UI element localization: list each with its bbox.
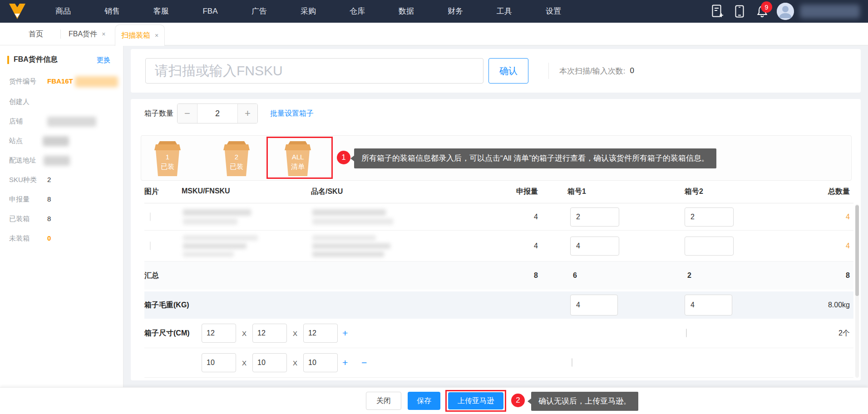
field-label: 申报量	[9, 195, 30, 204]
box2-qty-input[interactable]	[685, 237, 734, 256]
field-label: 已装箱	[9, 215, 30, 223]
summary-label: 汇总	[144, 271, 182, 281]
gross-weight-row: 箱子毛重(KG) 8.00kg	[144, 291, 853, 319]
field-label: 站点	[9, 137, 23, 145]
field-value: 8	[47, 195, 51, 203]
nav-item-sales[interactable]: 销售	[88, 0, 137, 23]
top-navbar: 商品 销售 客服 FBA 广告 采购 仓库 数据 财务 工具 设置 9	[0, 0, 868, 23]
upload-to-amazon-button[interactable]: 上传亚马逊	[448, 392, 503, 409]
nav-item-data[interactable]: 数据	[382, 0, 431, 23]
nav-item-warehouse[interactable]: 仓库	[333, 0, 382, 23]
save-button[interactable]: 保存	[408, 392, 440, 410]
gross-weight-label: 箱子毛重(KG)	[144, 301, 189, 310]
nav-item-fba[interactable]: FBA	[186, 0, 235, 23]
box1-qty-input[interactable]	[570, 207, 619, 227]
decrement-button[interactable]: −	[178, 104, 197, 123]
table-scrollbar[interactable]	[855, 204, 859, 378]
action-footer: 关闭 保存 上传亚马逊 2 确认无误后，上传亚马逊。	[0, 387, 868, 414]
field-sku-types: SKU种类 2	[9, 176, 118, 186]
app-logo-icon[interactable]	[8, 2, 26, 20]
box1-qty-input[interactable]	[570, 237, 619, 256]
change-shipment-link[interactable]: 更换	[97, 56, 110, 64]
mobile-phone-icon[interactable]	[734, 0, 745, 23]
box-count-label: 箱子数量	[144, 104, 173, 123]
box1-weight-input[interactable]	[570, 295, 618, 315]
tab-scan-packing-label: 扫描装箱	[121, 31, 150, 40]
user-avatar[interactable]	[777, 3, 794, 20]
confirm-button[interactable]: 确认	[488, 58, 528, 84]
nav-item-advertising[interactable]: 广告	[235, 0, 284, 23]
step-1-badge: 1	[337, 151, 350, 164]
total-qty: 4	[798, 242, 853, 250]
close-tab-icon[interactable]: ×	[102, 30, 105, 38]
box-1[interactable]: 1已装	[148, 140, 187, 177]
col-product-sku: 品名/SKU	[311, 187, 498, 197]
remove-dimension-link[interactable]: −	[361, 357, 367, 368]
title-accent-bar	[7, 56, 9, 64]
box-count-value[interactable]: 2	[197, 104, 238, 123]
fnsku-scan-input[interactable]	[145, 58, 483, 84]
col-declared-qty: 申报量	[498, 187, 542, 197]
field-value: 8	[47, 215, 51, 222]
width-input[interactable]	[252, 353, 287, 372]
field-delivery-address: 配送地址	[9, 156, 118, 166]
box1-dimension-checkbox-checked[interactable]	[567, 335, 682, 341]
total-weight: 8.00kg	[798, 301, 853, 309]
box-all-list[interactable]: ALL清单	[278, 140, 317, 177]
length-input[interactable]	[202, 353, 236, 372]
product-image-redacted	[150, 212, 151, 221]
batch-set-boxes-link[interactable]: 批量设置箱子	[270, 104, 314, 123]
box2-weight-input[interactable]	[685, 295, 732, 315]
width-input[interactable]	[252, 324, 287, 343]
box2-qty-input[interactable]	[685, 207, 734, 227]
tab-home[interactable]: 首页	[29, 23, 43, 45]
close-button[interactable]: 关闭	[366, 392, 401, 410]
col-box-1: 箱号1	[567, 187, 682, 197]
height-input[interactable]	[303, 324, 338, 343]
step-2-tooltip: 确认无误后，上传亚马逊。	[531, 392, 638, 411]
scrollbar-thumb[interactable]	[855, 205, 859, 296]
username-redacted[interactable]	[800, 5, 860, 18]
nav-item-purchasing[interactable]: 采购	[284, 0, 333, 23]
nav-item-products[interactable]: 商品	[39, 0, 88, 23]
scan-count-value: 0	[630, 66, 634, 75]
x-separator: X	[242, 330, 247, 337]
close-tab-icon[interactable]: ×	[155, 32, 158, 39]
redacted-address	[44, 156, 70, 166]
nav-item-settings[interactable]: 设置	[529, 0, 578, 23]
nav-item-customer-service[interactable]: 客服	[137, 0, 186, 23]
box-dimensions-row: X X + −	[144, 348, 853, 378]
box-all-label: ALL清单	[278, 152, 317, 171]
notification-count-badge: 9	[761, 1, 772, 13]
document-add-icon[interactable]	[711, 0, 725, 23]
dimensions-label: 箱子尺寸(CM)	[144, 329, 190, 338]
box2-dimension-checkbox-unchecked[interactable]	[686, 329, 687, 337]
height-input[interactable]	[303, 353, 338, 372]
tab-fba-shipment[interactable]: FBA货件×	[69, 23, 105, 45]
table-row: 4 4	[144, 231, 853, 261]
field-label: 店铺	[9, 117, 23, 126]
increment-button[interactable]: +	[238, 104, 257, 123]
field-packed-qty: 已装箱 8	[9, 215, 118, 225]
redacted-site	[43, 136, 69, 146]
field-store: 店铺	[9, 117, 118, 127]
box-2[interactable]: 2已装	[217, 140, 256, 177]
step-2-badge: 2	[511, 394, 525, 407]
redacted-shipment-id	[75, 76, 118, 87]
add-dimension-link[interactable]: +	[342, 357, 348, 368]
x-separator: X	[293, 330, 297, 337]
product-name-redacted	[311, 235, 498, 257]
field-value: 0	[47, 234, 51, 242]
length-input[interactable]	[202, 324, 236, 343]
nav-item-finance[interactable]: 财务	[431, 0, 480, 23]
col-total-qty: 总数量	[798, 187, 853, 197]
declared-qty: 4	[498, 213, 542, 221]
field-shipment-id: 货件编号 FBA16T	[9, 77, 118, 87]
tab-fba-shipment-label: FBA货件	[69, 30, 97, 38]
tab-scan-packing[interactable]: 扫描装箱×	[115, 25, 165, 46]
box1-dimension-checkbox-unchecked[interactable]	[572, 358, 572, 367]
msku-fnsku-redacted	[182, 235, 311, 257]
nav-item-tools[interactable]: 工具	[480, 0, 529, 23]
box2-dimension-checkbox-checked[interactable]	[682, 365, 798, 370]
add-dimension-link[interactable]: +	[342, 328, 348, 339]
